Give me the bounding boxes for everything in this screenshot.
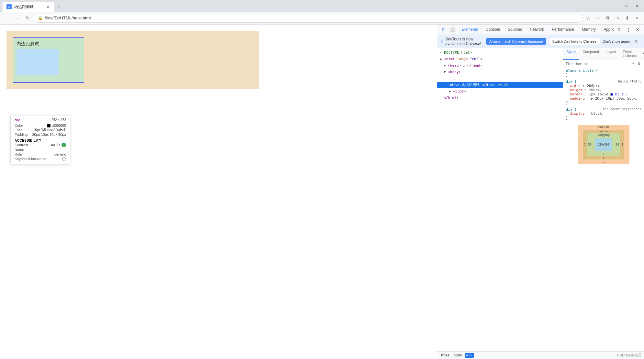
box-model-diagram: margin - - - border 1 1	[566, 123, 641, 167]
tab-performance[interactable]: Performance	[548, 25, 578, 34]
maximize-button[interactable]: □	[622, 1, 631, 10]
info-text: DevTools is now available in Chinese!	[445, 37, 483, 46]
tab-elements[interactable]: Elements	[458, 25, 482, 34]
breadcrumb-body[interactable]: body	[452, 353, 464, 358]
dom-body-close-inner[interactable]: ▶ <body>	[437, 88, 563, 95]
inspect-element-button[interactable]: ⊡	[440, 26, 448, 34]
tab-bar: ⊙ 内边距测试 ✕ +	[3, 0, 608, 12]
div-style-source[interactable]: hello.html:8	[618, 80, 641, 84]
tab-console[interactable]: Console	[482, 25, 504, 34]
close-button[interactable]: ✕	[632, 1, 641, 10]
page-content: 内边距测试 div 262 × 252 Color #000000	[0, 25, 437, 359]
lock-icon: 🔒	[38, 16, 43, 20]
dom-doctype[interactable]: <!DOCTYPE html>	[437, 49, 563, 56]
styles-tab-event-listeners[interactable]: Event Listeners	[619, 48, 640, 60]
back-button[interactable]: ←	[3, 14, 12, 23]
breadcrumb-div[interactable]: div	[465, 353, 474, 358]
tab-sources[interactable]: Sources	[504, 25, 526, 34]
font-value: 16px "Microsoft YaHei"	[33, 128, 66, 132]
styles-content: element.style { } div { hello.html:8	[563, 67, 644, 351]
styles-tab-more[interactable]: »	[640, 48, 644, 60]
content-layer: 200×200	[595, 138, 612, 151]
element-style-selector: element.style {	[566, 69, 641, 73]
tab-favicon: ⊙	[6, 4, 12, 9]
tab-application[interactable]: Application	[600, 25, 614, 34]
dom-html-close[interactable]: </html>	[437, 95, 563, 101]
more-button[interactable]: ⋯	[594, 14, 603, 23]
styles-tab-computed[interactable]: Computed	[579, 48, 602, 60]
downloads-button[interactable]: ⬇	[623, 14, 632, 23]
keyboard-label: Keyboard-focusable	[15, 157, 46, 161]
styles-tab-layout[interactable]: Layout	[602, 48, 619, 60]
forward-button[interactable]: →	[13, 14, 22, 23]
border-left-val: 1	[584, 143, 585, 146]
check-icon: ✓	[61, 143, 66, 147]
refresh-button[interactable]: ↻	[23, 14, 32, 23]
div-useragent-rule: div { user agent stylesheet display : bl…	[566, 107, 641, 120]
minimize-button[interactable]: —	[612, 1, 621, 10]
padding-right-val: 10	[616, 143, 619, 146]
ua-close-brace: }	[566, 116, 641, 120]
add-style-button[interactable]: +	[631, 61, 636, 66]
tooltip-contrast-row: Contrast Aa 21 ✓	[15, 142, 66, 147]
content-size: 200×200	[598, 143, 609, 146]
dom-head[interactable]: ▶ <head> … </head>	[437, 62, 563, 69]
info-bar-close-button[interactable]: ✕	[632, 38, 640, 45]
tab-memory[interactable]: Memory	[578, 25, 600, 34]
browser-tab[interactable]: ⊙ 内边距测试 ✕	[3, 2, 54, 12]
styles-filter-input[interactable]	[575, 62, 630, 66]
dom-html[interactable]: ▶ <html lang= "en" >	[437, 56, 563, 62]
devtools-breadcrumb: html body div	[437, 351, 644, 359]
breadcrumb-html[interactable]: html	[440, 353, 451, 358]
filter-state-btns: + ⊞	[631, 61, 641, 66]
new-tab-button[interactable]: +	[54, 3, 63, 12]
match-language-button[interactable]: Always match Chrome's language	[486, 38, 546, 45]
tab-network[interactable]: Network	[526, 25, 548, 34]
margin-left-val: -	[578, 143, 580, 146]
padding-label: Padding	[15, 133, 28, 136]
watermark: CSDN@张银元	[617, 353, 641, 358]
div-style-header: div { hello.html:8	[566, 80, 641, 84]
toggle-style-button[interactable]: ⊞	[636, 61, 641, 66]
account-button[interactable]: ↷	[613, 14, 622, 23]
tooltip-role-row: Role generic	[15, 152, 66, 157]
devtools-main: <!DOCTYPE html> ▶ <html lang= "en" > ▶ <…	[437, 48, 644, 351]
bookmark-button[interactable]: ☆	[584, 14, 593, 23]
switch-devtools-button[interactable]: Switch DevTools to Chinese	[549, 38, 600, 45]
devtools-tabs: Elements Console Sources Network Perform…	[458, 25, 614, 34]
devtools-toolbar: ⊡ ⬜ Elements Console Sources Network Per…	[437, 25, 644, 35]
padding-bottom-val: 30	[602, 153, 605, 156]
window-controls: — □ ✕	[612, 1, 641, 10]
address-bar[interactable]: 🔒 file:///D:/HTML/hello.html	[34, 14, 583, 23]
device-toggle-button[interactable]: ⬜	[449, 26, 457, 34]
dom-body-open[interactable]: ▼ <body>	[437, 69, 563, 75]
devtools-close-button[interactable]: ✕	[634, 26, 641, 34]
keyboard-value: ◯	[62, 157, 66, 161]
font-label: Font	[15, 128, 22, 132]
browser-window: ⊙ 内边距测试 ✕ + — □ ✕ ← → ↻ 🔒 file:///D:/HTM…	[0, 0, 644, 359]
devtools-more-button[interactable]: ⋮	[625, 26, 632, 34]
tab-close-button[interactable]: ✕	[45, 4, 50, 9]
tab-title: 内边距测试	[14, 4, 34, 10]
tooltip-accessibility-section: ACCESSIBILITY	[15, 139, 66, 142]
ua-source: user agent stylesheet	[601, 107, 641, 112]
devtools-panel: ⊡ ⬜ Elements Console Sources Network Per…	[437, 25, 644, 359]
devtools-settings-button[interactable]: ⚙	[615, 26, 623, 34]
styles-filter-bar: Filter + ⊞	[563, 60, 644, 67]
dont-show-again-link[interactable]: Don't show again	[603, 39, 630, 43]
styles-tab-styles[interactable]: Styles	[563, 48, 579, 60]
prop-width: width : 200px;	[566, 84, 641, 88]
div-text: 内边距测试	[17, 41, 39, 46]
element-style-close: }	[566, 73, 641, 77]
color-value: #000000	[47, 124, 66, 127]
dom-ellipsis[interactable]: ...	[437, 75, 563, 82]
margin-top-label: margin	[598, 125, 609, 128]
prop-border: border : 1px solid blue ;	[566, 92, 641, 96]
nav-actions: ☆ ⋯ ⧉ ↷ ⬇ ≡	[584, 14, 641, 23]
dom-div-selected[interactable]: <div> 内边距测试 </div> == $0	[437, 82, 563, 88]
tooltip-color-row: Color #000000	[15, 123, 66, 128]
styles-panel: Styles Computed Layout Event Listeners »…	[563, 48, 644, 351]
extensions-button[interactable]: ⧉	[603, 14, 612, 23]
webpage-body-bg: 内边距测试	[6, 31, 259, 89]
menu-button[interactable]: ≡	[632, 14, 641, 23]
